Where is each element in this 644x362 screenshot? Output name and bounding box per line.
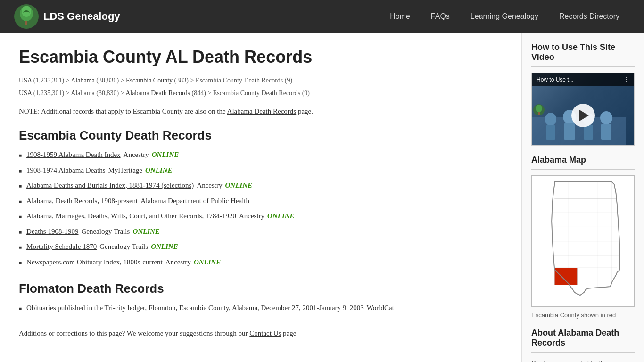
map-container: Escambia County shown in red [531, 175, 635, 319]
learning-genealogy-nav-link[interactable]: Learning Genealogy [460, 0, 549, 33]
sidebar: How to Use This Site Video How to Use t.… [521, 33, 644, 362]
list-item: Alabama, Marriages, Deaths, Wills, Court… [19, 211, 503, 222]
list-item: Mortality Schedule 1870 Genealogy Trails… [19, 241, 503, 252]
online-badge: ONLINE [194, 257, 221, 268]
online-badge: ONLINE [267, 211, 295, 222]
map-section-title: Alabama Map [531, 155, 635, 165]
section1-heading: Escambia County Death Records [19, 128, 503, 143]
record-link-2[interactable]: 1908-1974 Alabama Deaths [26, 165, 105, 176]
page-title: Escambia County AL Death Records [19, 47, 503, 67]
list-item: Alabama Deaths and Burials Index, 1881-1… [19, 180, 503, 191]
list-item: 1908-1959 Alabama Death Index Ancestry O… [19, 149, 503, 160]
record-list-1: 1908-1959 Alabama Death Index Ancestry O… [19, 149, 503, 267]
logo-icon [14, 4, 39, 29]
logo-area: LDS Genealogy [14, 4, 120, 29]
play-triangle-icon [579, 110, 589, 121]
about-section-title: About Alabama Death Records [531, 328, 635, 348]
alabama-death-records-link[interactable]: Alabama Death Records [227, 107, 297, 115]
breadcrumb-2: USA (1,235,301) > Alabama (30,830) > Ala… [19, 88, 503, 98]
home-nav-link[interactable]: Home [380, 0, 421, 33]
record-link-3[interactable]: Alabama Deaths and Burials Index, 1881-1… [26, 180, 194, 191]
record-link-1[interactable]: 1908-1959 Alabama Death Index [26, 149, 121, 160]
breadcrumb-usa-2[interactable]: USA [19, 90, 32, 97]
record-link-4[interactable]: Alabama, Death Records, 1908-present [26, 196, 138, 206]
list-item: Deaths 1908-1909 Genealogy Trails ONLINE [19, 226, 503, 237]
video-section-title: How to Use This Site Video [531, 42, 635, 62]
list-item: Newspapers.com Obituary Index, 1800s-cur… [19, 257, 503, 268]
svg-point-15 [536, 105, 542, 112]
online-badge: ONLINE [132, 226, 160, 237]
video-thumbnail[interactable]: How to Use t... ⋮ [531, 73, 635, 146]
main-content: Escambia County AL Death Records USA (1,… [0, 33, 521, 362]
breadcrumb-escambia-county[interactable]: Escambia County [126, 77, 173, 84]
record-link-5[interactable]: Alabama, Marriages, Deaths, Wills, Court… [26, 211, 236, 222]
page-container: Escambia County AL Death Records USA (1,… [0, 33, 644, 362]
sidebar-divider-2 [531, 169, 635, 170]
online-badge: ONLINE [145, 165, 173, 176]
online-badge: ONLINE [225, 180, 253, 191]
video-center [532, 86, 634, 145]
breadcrumb-alabama-1[interactable]: Alabama [71, 77, 95, 84]
video-top-bar: How to Use t... ⋮ [532, 73, 634, 86]
record-link-7[interactable]: Mortality Schedule 1870 [26, 241, 97, 252]
records-directory-nav-link[interactable]: Records Directory [549, 0, 630, 33]
sidebar-divider-3 [531, 352, 635, 353]
map-caption: Escambia County shown in red [531, 312, 635, 319]
sidebar-divider-1 [531, 66, 635, 67]
svg-rect-12 [601, 124, 611, 140]
logo-text: LDS Genealogy [43, 10, 120, 23]
play-button[interactable] [571, 104, 595, 127]
list-item: Obituaries published in the Tri-city led… [19, 303, 503, 313]
contact-us-link[interactable]: Contact Us [249, 329, 281, 337]
note-text: NOTE: Additional records that apply to E… [19, 106, 503, 117]
video-title-bar: How to Use t... [537, 76, 574, 83]
list-item: Alabama, Death Records, 1908-present Ala… [19, 196, 503, 206]
svg-point-11 [600, 111, 612, 124]
online-badge: ONLINE [151, 241, 178, 252]
breadcrumb-alabama-2[interactable]: Alabama [71, 90, 95, 97]
svg-rect-8 [564, 123, 575, 140]
video-menu-icon[interactable]: ⋮ [623, 75, 629, 83]
video-bg: How to Use t... ⋮ [532, 73, 634, 145]
svg-rect-27 [554, 268, 577, 285]
online-badge: ONLINE [152, 149, 179, 160]
svg-rect-6 [546, 125, 555, 140]
faqs-nav-link[interactable]: FAQs [421, 0, 460, 33]
flomaton-record-link[interactable]: Obituaries published in the Tri-city led… [26, 303, 364, 313]
footer-note: Additions or corrections to this page? W… [19, 328, 503, 339]
breadcrumb-usa-1[interactable]: USA [19, 77, 32, 84]
about-text: Deaths were recorded by the government s… [531, 358, 635, 362]
svg-point-5 [545, 113, 556, 126]
record-list-2: Obituaries published in the Tri-city led… [19, 303, 503, 313]
breadcrumb-1: USA (1,235,301) > Alabama (30,830) > Esc… [19, 75, 503, 85]
list-item: 1908-1974 Alabama Deaths MyHeritage ONLI… [19, 165, 503, 176]
breadcrumb-alabama-death-records[interactable]: Alabama Death Records [125, 90, 190, 97]
nav-links: Home FAQs Learning Genealogy Records Dir… [380, 0, 630, 33]
record-link-6[interactable]: Deaths 1908-1909 [26, 226, 78, 237]
navbar: LDS Genealogy Home FAQs Learning Genealo… [0, 0, 644, 33]
section2-heading: Flomaton Death Records [19, 281, 503, 296]
alabama-map-svg [531, 175, 635, 307]
record-link-8[interactable]: Newspapers.com Obituary Index, 1800s-cur… [26, 257, 163, 268]
